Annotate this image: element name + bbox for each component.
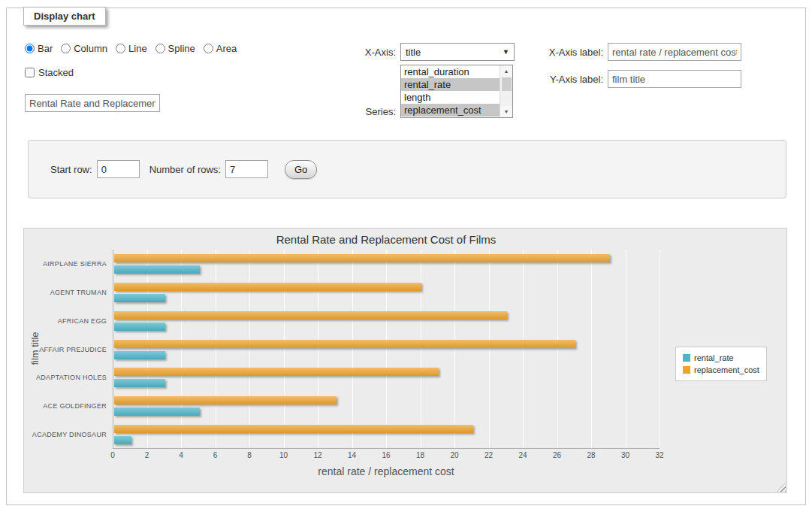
bar-replacement_cost[interactable] — [114, 311, 507, 320]
scroll-down-icon[interactable]: ▼ — [500, 106, 512, 117]
gridline — [660, 250, 660, 448]
gridline — [386, 250, 387, 448]
chart-type-radios: BarColumnLineSplineArea — [25, 43, 245, 54]
x-tick-label: 22 — [484, 451, 493, 459]
category-label: AFRICAN EGG — [24, 317, 107, 325]
category-label: AGENT TRUMAN — [24, 289, 107, 296]
chart-type-option-area[interactable]: Area — [204, 43, 237, 54]
go-button[interactable]: Go — [285, 160, 317, 179]
gridline — [249, 250, 250, 448]
x-tick-label: 32 — [655, 451, 663, 459]
gridline — [147, 250, 148, 448]
x-axis-label-label: X-Axis label: — [494, 47, 603, 58]
bar-rental_rate[interactable] — [114, 351, 165, 359]
chart-type-radio-bar[interactable] — [25, 44, 35, 53]
x-tick-label: 20 — [450, 451, 458, 459]
chart-type-radio-spline[interactable] — [155, 44, 165, 53]
gridline — [421, 250, 421, 448]
bar-replacement_cost[interactable] — [114, 283, 421, 291]
gridline — [284, 250, 285, 448]
chart-type-label: Line — [128, 43, 147, 54]
gridline — [454, 250, 455, 448]
gridline — [489, 250, 490, 448]
plot-area — [113, 250, 660, 449]
stacked-checkbox[interactable] — [25, 68, 35, 77]
num-rows-input[interactable] — [225, 160, 268, 178]
category-label: ACE GOLDFINGER — [24, 402, 107, 410]
bar-rental_rate[interactable] — [114, 379, 165, 387]
chart-type-label: Bar — [38, 43, 53, 54]
series-listbox-label: Series: — [330, 106, 396, 117]
series-options: rental_durationrental_ratelengthreplacem… — [401, 65, 500, 117]
legend-label: rental_rate — [694, 353, 734, 362]
chart-type-option-spline[interactable]: Spline — [155, 43, 195, 54]
chart-container: Rental Rate and Replacement Cost of Film… — [23, 228, 787, 493]
bar-rental_rate[interactable] — [114, 407, 200, 416]
category-label: ADAPTATION HOLES — [24, 374, 107, 381]
series-option-rental_duration[interactable]: rental_duration — [401, 65, 500, 78]
resize-handle[interactable] — [777, 483, 786, 492]
chart-type-label: Area — [216, 43, 237, 54]
chart-type-radio-column[interactable] — [61, 44, 71, 53]
x-tick-label: 18 — [416, 451, 424, 459]
series-option-length[interactable]: length — [401, 91, 500, 104]
x-tick-label: 12 — [313, 451, 321, 459]
x-axis-label-input[interactable] — [608, 43, 741, 61]
chart-type-label: Spline — [168, 43, 195, 54]
bar-replacement_cost[interactable] — [114, 340, 575, 348]
x-axis-select-label: X-Axis: — [330, 47, 396, 58]
x-tick-label: 6 — [213, 451, 218, 459]
chart-type-option-column[interactable]: Column — [61, 43, 107, 54]
start-row-input[interactable] — [97, 160, 140, 178]
legend-item-replacement_cost[interactable]: replacement_cost — [683, 365, 759, 374]
gridline — [523, 250, 524, 448]
chart-type-radio-line[interactable] — [116, 44, 125, 53]
x-tick-label: 4 — [179, 451, 183, 459]
y-axis-label-input[interactable] — [608, 70, 741, 88]
chart-type-radio-area[interactable] — [204, 44, 213, 53]
x-axis-ticks: 02468101214161820222426283032 — [24, 451, 786, 462]
stacked-option[interactable]: Stacked — [25, 67, 74, 78]
chart-title: Rental Rate and Replacement Cost of Film… — [113, 233, 660, 246]
bar-replacement_cost[interactable] — [114, 396, 337, 404]
bar-replacement_cost[interactable] — [114, 368, 439, 376]
gridline — [181, 250, 182, 448]
gridline — [557, 250, 558, 448]
bar-rental_rate[interactable] — [114, 294, 165, 302]
bar-rental_rate[interactable] — [114, 265, 200, 274]
series-option-rental_rate[interactable]: rental_rate — [401, 78, 500, 91]
gridline — [318, 250, 318, 448]
chart-type-option-bar[interactable]: Bar — [25, 43, 53, 54]
display-chart-fieldset: Display chart BarColumnLineSplineArea St… — [6, 8, 806, 505]
x-tick-label: 16 — [382, 451, 390, 459]
x-tick-label: 28 — [587, 451, 595, 459]
bar-replacement_cost[interactable] — [114, 425, 473, 433]
x-tick-label: 0 — [110, 451, 115, 459]
gridline — [352, 250, 353, 448]
stacked-label: Stacked — [38, 67, 74, 78]
category-label: ACADEMY DINOSAUR — [24, 431, 107, 438]
chart-title-input[interactable] — [25, 94, 160, 112]
y-axis-label-label: Y-Axis label: — [494, 74, 603, 85]
bar-rental_rate[interactable] — [114, 436, 131, 444]
gridline — [216, 250, 216, 448]
legend-label: replacement_cost — [694, 365, 759, 374]
bar-replacement_cost[interactable] — [114, 254, 610, 262]
x-tick-label: 14 — [348, 451, 356, 459]
num-rows-label: Number of rows: — [149, 164, 221, 175]
series-listbox[interactable]: rental_durationrental_ratelengthreplacem… — [400, 65, 513, 118]
bar-rental_rate[interactable] — [114, 323, 165, 331]
legend-item-rental_rate[interactable]: rental_rate — [683, 353, 759, 362]
start-row-label: Start row: — [50, 164, 92, 175]
category-label: AIRPLANE SIERRA — [24, 260, 107, 268]
chart-type-label: Column — [74, 43, 107, 54]
chart-type-option-line[interactable]: Line — [116, 43, 147, 54]
legend-swatch — [683, 354, 690, 362]
series-option-replacement_cost[interactable]: replacement_cost — [401, 104, 500, 117]
fieldset-legend: Display chart — [23, 7, 106, 26]
x-tick-label: 26 — [553, 451, 561, 459]
x-tick-label: 2 — [145, 451, 149, 459]
x-tick-label: 10 — [279, 451, 288, 459]
x-axis-title: rental rate / replacement cost — [113, 465, 660, 477]
x-axis-select-value: title — [406, 47, 421, 58]
